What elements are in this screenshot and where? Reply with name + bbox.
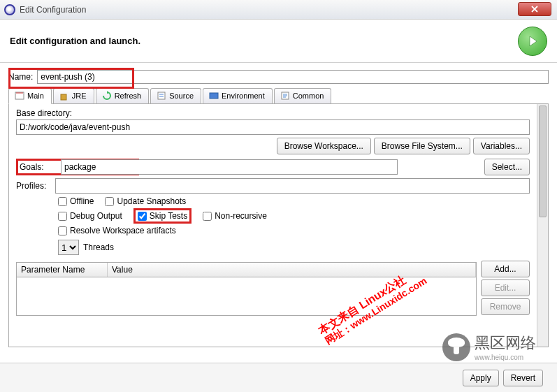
debug-output-label: Debug Output [70, 211, 122, 221]
col-value[interactable]: Value [108, 263, 476, 277]
main-icon [15, 91, 24, 101]
environment-icon [209, 91, 219, 101]
browse-workspace-button[interactable]: Browse Workspace... [277, 138, 371, 154]
highlight-box-skip-tests: Skip Tests [133, 208, 191, 224]
base-dir-input[interactable] [16, 119, 530, 135]
tab-jre-label: JRE [72, 92, 87, 100]
tab-common-label: Common [293, 92, 324, 100]
revert-button[interactable]: Revert [503, 370, 543, 386]
update-snapshots-label: Update Snapshots [117, 196, 186, 206]
dialog-header: Edit configuration and launch. [0, 20, 557, 63]
tab-environment[interactable]: Environment [203, 88, 273, 103]
close-button[interactable] [518, 2, 551, 16]
tab-environment-label: Environment [222, 92, 265, 100]
source-icon [157, 91, 166, 101]
col-parameter-name[interactable]: Parameter Name [17, 263, 108, 277]
profiles-input[interactable] [55, 178, 530, 194]
dialog-footer: Apply Revert [0, 363, 557, 392]
skip-tests-checkbox[interactable]: Skip Tests [138, 211, 187, 221]
skip-tests-label: Skip Tests [150, 211, 187, 221]
remove-button[interactable]: Remove [481, 298, 530, 315]
debug-output-checkbox[interactable]: Debug Output [58, 211, 122, 221]
name-label: Name: [8, 72, 33, 82]
logo-sub: www.heiqu.com [475, 354, 536, 361]
tab-main-label: Main [27, 92, 44, 100]
table-body[interactable] [17, 277, 476, 315]
threads-label: Threads [83, 242, 114, 252]
tab-body: Base directory: Browse Workspace... Brow… [8, 104, 549, 347]
tab-refresh-label: Refresh [115, 92, 142, 100]
parameters-table: Parameter Name Value [16, 262, 477, 316]
common-icon [280, 91, 290, 101]
tab-source-label: Source [169, 92, 194, 100]
goals-label: Goals: [20, 162, 57, 172]
eclipse-icon [4, 4, 15, 15]
jre-icon [59, 91, 69, 101]
non-recursive-checkbox[interactable]: Non-recursive [203, 211, 267, 221]
refresh-icon [102, 91, 112, 101]
non-recursive-label: Non-recursive [215, 211, 267, 221]
tab-source[interactable]: Source [150, 88, 201, 103]
update-snapshots-checkbox[interactable]: Update Snapshots [105, 196, 186, 206]
edit-button[interactable]: Edit... [481, 280, 530, 296]
name-input[interactable] [37, 70, 549, 84]
base-dir-label: Base directory: [16, 108, 530, 118]
titlebar: Edit Configuration [0, 0, 557, 20]
tab-jre[interactable]: JRE [53, 88, 94, 103]
browse-filesystem-button[interactable]: Browse File System... [374, 138, 470, 154]
resolve-workspace-label: Resolve Workspace artifacts [70, 226, 176, 235]
scrollbar[interactable] [537, 104, 548, 347]
goals-input[interactable] [61, 159, 398, 175]
apply-button[interactable]: Apply [463, 370, 499, 386]
add-button[interactable]: Add... [481, 261, 530, 277]
tab-refresh[interactable]: Refresh [96, 88, 150, 103]
svg-rect-1 [61, 94, 66, 100]
offline-checkbox[interactable]: Offline [58, 196, 94, 206]
resolve-workspace-checkbox[interactable]: Resolve Workspace artifacts [58, 226, 176, 235]
select-button[interactable]: Select... [484, 159, 530, 175]
tabs: Main JRE Refresh Source Environment Comm… [8, 88, 549, 104]
tab-common[interactable]: Common [274, 88, 332, 103]
window-title: Edit Configuration [20, 5, 86, 15]
threads-select[interactable]: 1 [58, 240, 79, 255]
scrollbar-thumb[interactable] [539, 106, 547, 217]
profiles-label: Profiles: [16, 181, 51, 191]
offline-label: Offline [70, 196, 94, 206]
svg-rect-3 [210, 93, 218, 99]
svg-rect-2 [158, 92, 165, 99]
header-title: Edit configuration and launch. [10, 36, 140, 46]
tab-main[interactable]: Main [8, 88, 52, 104]
run-icon [518, 27, 547, 56]
variables-button[interactable]: Variables... [473, 138, 530, 154]
